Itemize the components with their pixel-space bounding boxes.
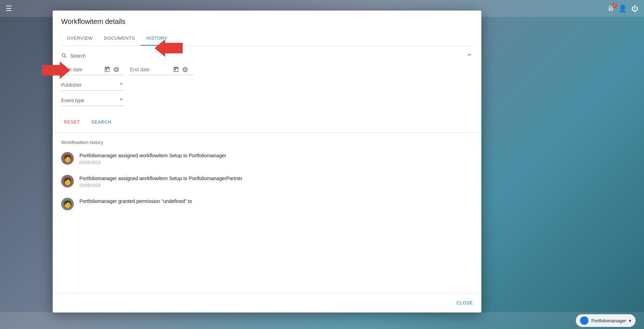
event-type-row: Event type	[61, 96, 473, 106]
start-date-clear-icon[interactable]	[112, 66, 120, 73]
dialog-body: Search	[53, 46, 481, 293]
search-button[interactable]: SEARCH	[89, 117, 114, 127]
dialog: Workflowitem details OVERVIEW DOCUMENTS …	[53, 11, 481, 312]
start-date-icons	[103, 66, 120, 73]
history-item-content: Portfoliomanager assigned workflowitem S…	[79, 152, 473, 165]
search-header: Search	[61, 51, 473, 60]
history-item-text: Portfoliomanager assigned workflowitem S…	[79, 152, 473, 159]
tab-documents[interactable]: DOCUMENTS	[98, 31, 141, 46]
tab-overview[interactable]: OVERVIEW	[61, 31, 98, 46]
end-date-wrap	[130, 66, 193, 75]
monitor-icon[interactable]: 🖥 6	[607, 5, 614, 13]
arrow-indicator-search	[42, 61, 70, 79]
history-item: 🧑 Portfoliomanager assigned workflowitem…	[61, 175, 473, 188]
portfolio-chip[interactable]: Portfoliomanager ▾	[576, 314, 636, 327]
avatar-image: 🧑	[63, 177, 72, 185]
portfolio-label: Portfoliomanager	[591, 318, 626, 323]
event-type-wrap[interactable]: Event type	[61, 96, 124, 106]
avatar-image: 🧑	[63, 200, 72, 208]
history-item-content: Portfoliomanager assigned workflowitem S…	[79, 175, 473, 188]
search-label: Search	[61, 53, 86, 59]
bottom-bar: Portfoliomanager ▾	[0, 312, 644, 329]
history-section-title: Workflowitem history	[61, 140, 473, 145]
start-date-calendar-icon[interactable]	[103, 66, 111, 73]
menu-icon[interactable]: ☰	[6, 4, 12, 13]
search-actions: RESET SEARCH	[61, 112, 473, 132]
search-text: Search	[70, 53, 86, 59]
collapse-icon[interactable]	[466, 51, 473, 60]
publisher-wrap[interactable]: Publisher	[61, 81, 124, 91]
event-type-label: Event type	[61, 98, 118, 103]
top-bar-right: 🖥 6 👤 ⏻	[607, 4, 638, 13]
notification-badge: 6	[612, 3, 617, 8]
power-icon[interactable]: ⏻	[631, 5, 638, 13]
history-item-date: 02/08/2024	[79, 183, 473, 188]
dialog-title: Workflowitem details	[61, 18, 473, 26]
avatar: 🧑	[61, 175, 74, 187]
end-date-clear-icon[interactable]	[181, 66, 189, 73]
dialog-header: Workflowitem details OVERVIEW DOCUMENTS …	[53, 11, 481, 46]
close-button[interactable]: CLOSE	[454, 297, 476, 308]
svg-marker-1	[155, 39, 183, 57]
arrow-indicator-history	[155, 39, 183, 57]
avatar: 🧑	[61, 198, 74, 210]
end-date-input[interactable]	[130, 67, 172, 72]
reset-button[interactable]: RESET	[61, 117, 83, 127]
avatar: 🧑	[61, 152, 74, 165]
history-item: 🧑 Portfoliomanager granted permission "u…	[61, 198, 473, 210]
svg-marker-0	[42, 61, 70, 79]
publisher-dropdown-icon	[118, 81, 124, 89]
history-item-text: Portfoliomanager assigned workflowitem S…	[79, 175, 473, 182]
history-item: 🧑 Portfoliomanager assigned workflowitem…	[61, 152, 473, 165]
publisher-field: Publisher	[61, 81, 124, 91]
search-icon	[61, 53, 67, 59]
end-date-icons	[172, 66, 189, 73]
tabs: OVERVIEW DOCUMENTS HISTORY	[61, 31, 473, 46]
dialog-footer: CLOSE	[53, 293, 481, 312]
event-type-field: Event type	[61, 96, 124, 106]
person-icon[interactable]: 👤	[618, 4, 627, 13]
history-item-content: Portfoliomanager granted permission "und…	[79, 198, 473, 206]
history-item-date: 02/08/2024	[79, 160, 473, 165]
publisher-label: Publisher	[61, 82, 118, 88]
end-date-calendar-icon[interactable]	[172, 66, 180, 73]
end-date-field	[130, 66, 193, 75]
date-fields-row	[61, 66, 473, 75]
top-bar-left: ☰	[6, 4, 12, 13]
avatar-image: 🧑	[63, 154, 72, 163]
portfolio-avatar	[580, 316, 588, 325]
history-item-text: Portfoliomanager granted permission "und…	[79, 198, 473, 205]
search-section: Search	[53, 46, 481, 133]
history-section: Workflowitem history 🧑 Portfoliomanager …	[53, 133, 481, 227]
event-type-dropdown-icon	[118, 96, 124, 104]
portfolio-dropdown-icon: ▾	[629, 318, 631, 323]
start-date-field	[61, 66, 124, 75]
publisher-row: Publisher	[61, 81, 473, 91]
start-date-wrap	[61, 66, 124, 75]
